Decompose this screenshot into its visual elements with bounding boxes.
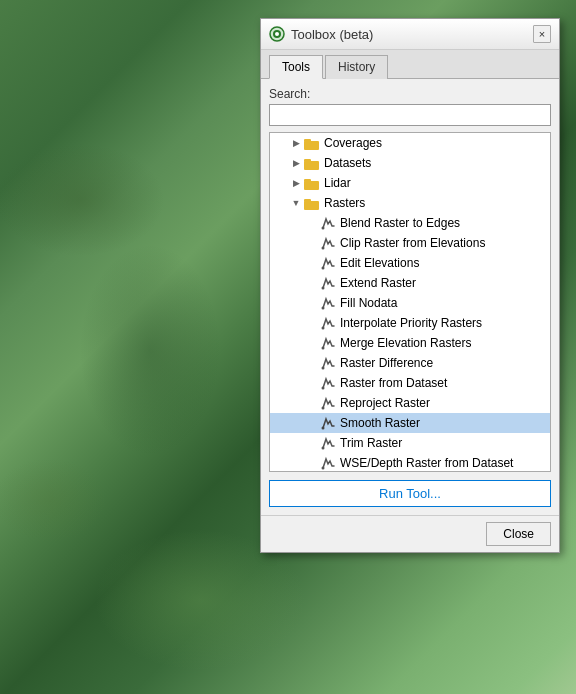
dialog-body: Search: ▶ Coverages ▶ Datasets [261, 79, 559, 515]
label-datasets: Datasets [324, 156, 371, 170]
close-dialog-button[interactable]: Close [486, 522, 551, 546]
label-smooth-raster: Smooth Raster [340, 416, 420, 430]
svg-point-15 [322, 307, 325, 310]
tool-icon-merge-elevation [320, 335, 336, 351]
label-rasters: Rasters [324, 196, 365, 210]
label-merge-elevation: Merge Elevation Rasters [340, 336, 471, 350]
expand-arrow-lidar: ▶ [290, 177, 302, 189]
tool-icon-clip-raster [320, 235, 336, 251]
tree-container[interactable]: ▶ Coverages ▶ Datasets ▶ [269, 132, 551, 472]
expand-arrow-datasets: ▶ [290, 157, 302, 169]
folder-icon-rasters [304, 197, 320, 210]
tool-icon-edit-elevations [320, 255, 336, 271]
tree-item-clip-raster[interactable]: ▶ Clip Raster from Elevations [270, 233, 550, 253]
label-reproject-raster: Reproject Raster [340, 396, 430, 410]
tree-item-trim-raster[interactable]: ▶ Trim Raster [270, 433, 550, 453]
tree-item-fill-nodata[interactable]: ▶ Fill Nodata [270, 293, 550, 313]
svg-rect-5 [304, 161, 319, 170]
label-trim-raster: Trim Raster [340, 436, 402, 450]
label-clip-raster: Clip Raster from Elevations [340, 236, 485, 250]
svg-point-20 [322, 407, 325, 410]
svg-point-17 [322, 347, 325, 350]
tree-item-edit-elevations[interactable]: ▶ Edit Elevations [270, 253, 550, 273]
tree-item-raster-difference[interactable]: ▶ Raster Difference [270, 353, 550, 373]
tree-item-rasters[interactable]: ▼ Rasters [270, 193, 550, 213]
tool-icon-raster-from-dataset [320, 375, 336, 391]
label-fill-nodata: Fill Nodata [340, 296, 397, 310]
svg-rect-4 [304, 139, 311, 142]
tool-icon-smooth-raster [320, 415, 336, 431]
svg-point-2 [275, 32, 279, 36]
label-lidar: Lidar [324, 176, 351, 190]
svg-point-16 [322, 327, 325, 330]
folder-icon-lidar [304, 177, 320, 190]
svg-rect-10 [304, 199, 311, 202]
svg-point-13 [322, 267, 325, 270]
svg-point-18 [322, 367, 325, 370]
tool-icon-extend-raster [320, 275, 336, 291]
tab-bar: Tools History [261, 50, 559, 79]
label-edit-elevations: Edit Elevations [340, 256, 419, 270]
toolbox-dialog: Toolbox (beta) × Tools History Search: ▶… [260, 18, 560, 553]
tree-item-interpolate-priority[interactable]: ▶ Interpolate Priority Rasters [270, 313, 550, 333]
dialog-titlebar: Toolbox (beta) × [261, 19, 559, 50]
tree-item-raster-from-dataset[interactable]: ▶ Raster from Dataset [270, 373, 550, 393]
run-tool-button[interactable]: Run Tool... [269, 480, 551, 507]
svg-point-22 [322, 447, 325, 450]
label-coverages: Coverages [324, 136, 382, 150]
svg-point-11 [322, 227, 325, 230]
folder-icon-coverages [304, 137, 320, 150]
svg-rect-3 [304, 141, 319, 150]
svg-rect-7 [304, 181, 319, 190]
svg-point-21 [322, 427, 325, 430]
expand-arrow-coverages: ▶ [290, 137, 302, 149]
tool-icon-raster-difference [320, 355, 336, 371]
tab-history[interactable]: History [325, 55, 388, 79]
search-label: Search: [269, 87, 551, 101]
label-extend-raster: Extend Raster [340, 276, 416, 290]
tab-tools[interactable]: Tools [269, 55, 323, 79]
tree-item-lidar[interactable]: ▶ Lidar [270, 173, 550, 193]
tree-item-coverages[interactable]: ▶ Coverages [270, 133, 550, 153]
tool-icon-reproject-raster [320, 395, 336, 411]
toolbox-icon [269, 26, 285, 42]
label-interpolate-priority: Interpolate Priority Rasters [340, 316, 482, 330]
label-blend-raster: Blend Raster to Edges [340, 216, 460, 230]
svg-point-14 [322, 287, 325, 290]
tool-icon-trim-raster [320, 435, 336, 451]
svg-rect-8 [304, 179, 311, 182]
dialog-close-button[interactable]: × [533, 25, 551, 43]
search-input[interactable] [269, 104, 551, 126]
dialog-title: Toolbox (beta) [291, 27, 373, 42]
label-wse-depth-raster: WSE/Depth Raster from Dataset [340, 456, 513, 470]
tool-icon-wse-depth-raster [320, 455, 336, 471]
tree-item-blend-raster[interactable]: ▶ Blend Raster to Edges [270, 213, 550, 233]
label-raster-difference: Raster Difference [340, 356, 433, 370]
tool-icon-blend-raster [320, 215, 336, 231]
svg-rect-6 [304, 159, 311, 162]
bottom-bar: Close [261, 515, 559, 552]
folder-icon-datasets [304, 157, 320, 170]
tree-item-merge-elevation[interactable]: ▶ Merge Elevation Rasters [270, 333, 550, 353]
tool-icon-fill-nodata [320, 295, 336, 311]
svg-point-23 [322, 467, 325, 470]
dialog-title-left: Toolbox (beta) [269, 26, 373, 42]
tree-item-extend-raster[interactable]: ▶ Extend Raster [270, 273, 550, 293]
svg-point-12 [322, 247, 325, 250]
tree-item-datasets[interactable]: ▶ Datasets [270, 153, 550, 173]
tool-icon-interpolate-priority [320, 315, 336, 331]
svg-rect-9 [304, 201, 319, 210]
tree-item-wse-depth-raster[interactable]: ▶ WSE/Depth Raster from Dataset [270, 453, 550, 472]
tree-item-smooth-raster[interactable]: ▶ Smooth Raster [270, 413, 550, 433]
svg-point-19 [322, 387, 325, 390]
label-raster-from-dataset: Raster from Dataset [340, 376, 447, 390]
tree-item-reproject-raster[interactable]: ▶ Reproject Raster [270, 393, 550, 413]
expand-arrow-rasters: ▼ [290, 197, 302, 209]
